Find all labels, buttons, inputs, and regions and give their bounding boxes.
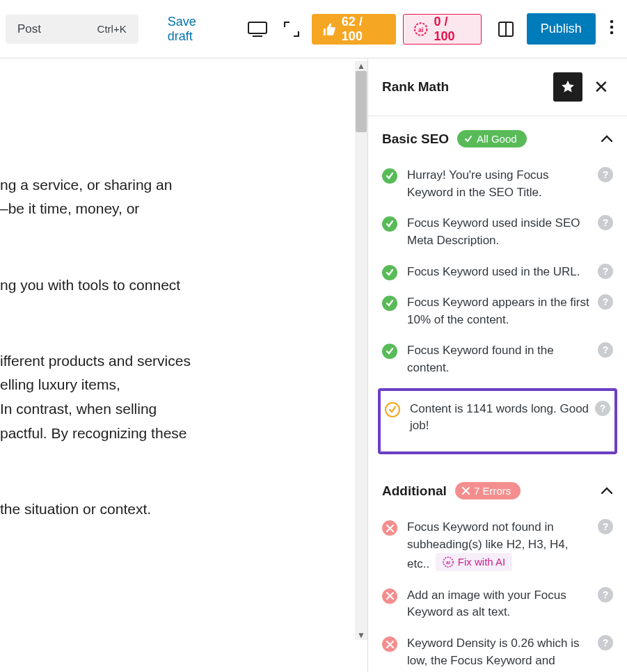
help-icon[interactable]: ?	[595, 401, 610, 416]
sidebar-toggle-icon[interactable]	[493, 15, 520, 43]
basic-seo-status-text: All Good	[477, 133, 517, 145]
additional-status-badge: 7 Errors	[455, 482, 521, 499]
save-draft-link[interactable]: Save draft	[168, 15, 223, 44]
editor-paragraph[interactable]: ng you with tools to connect	[0, 273, 367, 298]
ai-score-badge[interactable]: ai 0 / 100	[403, 14, 482, 45]
svg-text:ai: ai	[446, 560, 450, 565]
check-pass-icon	[382, 168, 397, 184]
check-fail-icon	[382, 520, 397, 536]
check-pass-icon	[382, 216, 397, 232]
chevron-up-icon	[601, 134, 613, 143]
help-icon[interactable]: ?	[598, 635, 613, 650]
additional-status-text: 7 Errors	[474, 485, 511, 497]
editor-toolbar: Post Ctrl+K Save draft 62 / 100 ai 0 / 1…	[0, 0, 627, 58]
preview-desktop-icon[interactable]	[244, 15, 271, 43]
seo-check-row: Focus Keyword used in the URL. ?	[382, 257, 613, 288]
editor-paragraph[interactable]: ng a service, or sharing an –be it time,…	[0, 173, 367, 221]
publish-button[interactable]: Publish	[527, 13, 596, 45]
page-type-label: Post	[17, 22, 41, 36]
help-icon[interactable]: ?	[598, 167, 613, 182]
help-icon[interactable]: ?	[598, 264, 613, 279]
ai-badge-icon: ai	[413, 22, 428, 37]
seo-check-text: Content is 1141 words long. Good job!	[410, 401, 610, 435]
more-menu-icon[interactable]	[603, 19, 621, 39]
seo-check-text: Add an image with your Focus Keyword as …	[407, 587, 613, 621]
favorite-button[interactable]	[553, 72, 582, 102]
help-icon[interactable]: ?	[598, 519, 613, 534]
editor-body[interactable]: ng a service, or sharing an –be it time,…	[0, 58, 367, 573]
svg-point-6	[610, 19, 614, 23]
check-fail-icon	[382, 589, 397, 604]
seo-check-row: Add an image with your Focus Keyword as …	[382, 580, 613, 628]
check-warn-icon	[385, 402, 400, 417]
seo-check-text: Focus Keyword used inside SEO Meta Descr…	[407, 215, 613, 249]
check-pass-icon	[382, 265, 397, 280]
editor-paragraph[interactable]: the situation or context.	[0, 497, 367, 522]
collapse-icon[interactable]	[601, 484, 613, 498]
seo-check-row: Focus Keyword used inside SEO Meta Descr…	[382, 208, 613, 256]
basic-seo-status-badge: All Good	[457, 130, 527, 147]
svg-point-8	[610, 31, 614, 34]
basic-seo-list: Hurray! You're using Focus Keyword in th…	[368, 152, 627, 464]
close-sidebar-icon[interactable]: ✕	[589, 77, 613, 98]
rank-math-sidebar: Rank Math ✕ Basic SEO All Good Hurray! Y…	[368, 58, 627, 672]
seo-check-text: Hurray! You're using Focus Keyword in th…	[407, 167, 613, 201]
highlighted-check: Content is 1141 words long. Good job! ?	[378, 388, 617, 454]
svg-rect-0	[248, 22, 267, 33]
main-layout: ng a service, or sharing an –be it time,…	[0, 58, 627, 672]
seo-check-row: Focus Keyword found in the content. ?	[382, 335, 613, 383]
help-icon[interactable]: ?	[598, 587, 613, 602]
x-icon	[462, 487, 470, 495]
additional-section-header[interactable]: Additional 7 Errors	[368, 464, 627, 504]
check-fail-icon	[382, 637, 397, 652]
scrollbar-thumb[interactable]	[356, 71, 367, 132]
chevron-up-icon	[601, 486, 613, 495]
seo-score-text: 62 / 100	[342, 15, 386, 44]
seo-check-row: Focus Keyword appears in the first 10% o…	[382, 287, 613, 335]
fullscreen-icon[interactable]	[278, 15, 305, 43]
scroll-down-icon[interactable]: ▼	[357, 630, 365, 640]
collapse-icon[interactable]	[601, 132, 613, 146]
seo-check-text: Focus Keyword used in the URL.	[407, 264, 613, 281]
additional-list: Focus Keyword not found in subheading(s)…	[368, 504, 627, 672]
seo-check-text: Focus Keyword not found in subheading(s)…	[407, 519, 613, 573]
basic-seo-section-header[interactable]: Basic SEO All Good	[368, 116, 627, 152]
seo-check-text: Keyword Density is 0.26 which is low, th…	[407, 635, 613, 669]
content-editor[interactable]: ng a service, or sharing an –be it time,…	[0, 58, 368, 672]
check-pass-icon	[382, 296, 397, 311]
check-icon	[464, 135, 473, 143]
sidebar-title: Rank Math	[382, 79, 546, 95]
fix-with-ai-button[interactable]: ai Fix with AI	[436, 553, 512, 571]
seo-score-badge[interactable]: 62 / 100	[312, 14, 396, 45]
seo-check-text: Focus Keyword appears in the first 10% o…	[407, 294, 613, 328]
basic-seo-heading: Basic SEO	[382, 131, 449, 147]
fix-with-ai-label: Fix with AI	[458, 554, 505, 570]
seo-check-row: Content is 1141 words long. Good job! ?	[385, 394, 610, 442]
seo-check-text: Focus Keyword found in the content.	[407, 342, 613, 376]
sidebar-header: Rank Math ✕	[368, 58, 627, 116]
editor-scrollbar[interactable]: ▲ ▼	[355, 61, 367, 640]
thumb-up-icon	[322, 23, 335, 35]
check-pass-icon	[382, 344, 397, 359]
page-type-shortcut: Ctrl+K	[97, 23, 127, 35]
seo-check-row: Hurray! You're using Focus Keyword in th…	[382, 160, 613, 208]
editor-paragraph[interactable]: ifferent products and services elling lu…	[0, 349, 367, 446]
ai-icon: ai	[443, 557, 454, 568]
svg-point-7	[610, 25, 614, 29]
svg-text:ai: ai	[418, 26, 423, 33]
seo-check-row: Focus Keyword not found in subheading(s)…	[382, 512, 613, 580]
ai-score-text: 0 / 100	[434, 15, 470, 44]
seo-check-row: Keyword Density is 0.26 which is low, th…	[382, 628, 613, 672]
scroll-up-icon[interactable]: ▲	[357, 61, 365, 71]
star-icon	[560, 79, 576, 95]
page-type-select[interactable]: Post Ctrl+K	[6, 15, 138, 44]
additional-heading: Additional	[382, 483, 447, 499]
